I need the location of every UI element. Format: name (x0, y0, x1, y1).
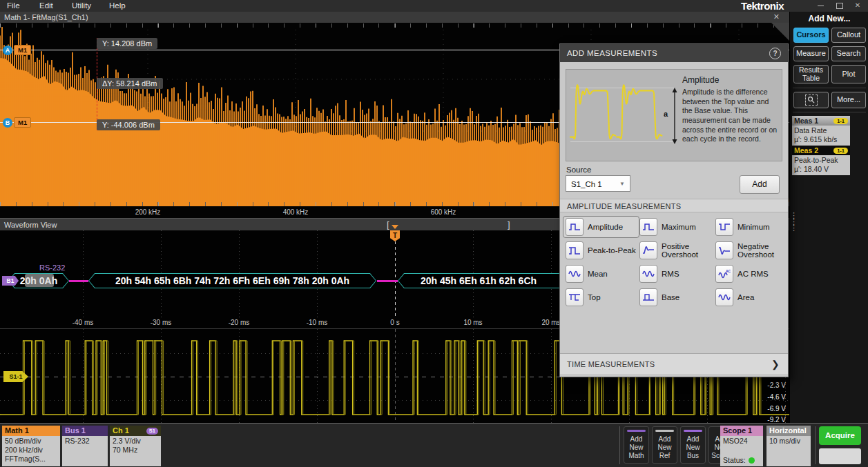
measure-item-negative-overshoot[interactable]: Negative Overshoot (715, 241, 782, 259)
top-icon (566, 288, 584, 306)
panel-resize-handle[interactable]: ⋮⋮⋮ (790, 212, 794, 232)
amplitude-section-header: AMPLITUDE MEASUREMENTS (560, 199, 788, 212)
time-tick: 20 ms (541, 319, 560, 326)
add-new-ref-button[interactable]: Add New Ref (652, 426, 677, 464)
sidebar-results-table-button[interactable]: Results Table (793, 65, 829, 83)
cursor-b-source-tag: M1 (14, 117, 31, 128)
waveform-view-title: Waveform View (4, 221, 57, 229)
math-view-close-icon[interactable]: ✕ (773, 12, 780, 21)
measure-item-maximum[interactable]: Maximum (639, 218, 715, 236)
cursor-a-handle[interactable]: A M1 (3, 45, 31, 55)
sidebar-callout-button[interactable]: Callout (831, 28, 866, 43)
secondary-acquire-button[interactable] (819, 448, 861, 464)
ch1-scale: 2.3 V/div (113, 437, 158, 446)
meas2-type: Peak-to-Peak (794, 156, 848, 165)
horizontal-badge[interactable]: Horizontal 10 ms/div (766, 426, 811, 465)
sidebar-cursors-button[interactable]: Cursors (793, 28, 829, 43)
measure-item-rms[interactable]: RMS (639, 265, 715, 283)
bus1-protocol: RS-232 (65, 437, 105, 446)
meas2-badge[interactable]: Meas 21-1 Peak-to-Peakµ': 18.40 V (792, 146, 850, 175)
time-tick: 10 ms (463, 319, 482, 326)
chevron-down-icon: ▼ (619, 176, 625, 192)
dialog-titlebar[interactable]: ADD MEASUREMENTS (560, 44, 788, 62)
measure-item-base[interactable]: Base (639, 288, 715, 306)
bus-idle-segment (377, 280, 398, 282)
measure-item-positive-overshoot[interactable]: Positive Overshoot (639, 241, 715, 259)
sidebar-plot-button[interactable]: Plot (831, 65, 866, 83)
time-tick: -40 ms (73, 319, 94, 326)
math1-scale: 50 dBm/div (5, 437, 57, 446)
zoom-tool-icon (805, 95, 818, 106)
add-new-math-button[interactable]: Add New Math (624, 426, 649, 464)
sidebar-measure-button[interactable]: Measure (793, 46, 829, 61)
freq-tick-200k: 200 kHz (135, 208, 161, 216)
bus-idle-segment (69, 280, 88, 282)
math1-title: Math 1 (2, 426, 60, 436)
add-button[interactable]: Add (740, 175, 780, 194)
bus-packet: 20h 54h 65h 6Bh 74h 72h 6Fh 6Eh 69h 78h … (88, 273, 376, 288)
trigger-marker[interactable]: T (390, 230, 400, 241)
amplitude-arrow (671, 88, 678, 144)
time-tick: -30 ms (151, 319, 172, 326)
sidebar-zoom-tool-button[interactable] (793, 92, 829, 108)
math1-badge[interactable]: Math 1 50 dBm/div 200 kHz/div FFTmag(S..… (2, 426, 60, 465)
cursor-b-handle[interactable]: B M1 (3, 117, 31, 128)
meas2-value: µ': 18.40 V (794, 165, 848, 174)
help-icon[interactable]: ? (769, 48, 781, 59)
add-new-bus-button[interactable]: Add New Bus (680, 426, 706, 464)
sidebar-search-button[interactable]: Search (831, 46, 866, 61)
horizontal-scale: 10 ms/div (769, 437, 808, 446)
zoom-bracket-left: [ (387, 219, 389, 230)
bus1-badge[interactable]: Bus 1 RS-232 (62, 426, 108, 465)
measure-item-amplitude[interactable]: Amplitude (563, 216, 639, 238)
zoom-corner-button[interactable] (771, 23, 789, 41)
meas1-badge[interactable]: Meas 11-1 Data Rateµ': 9.615 kb/s (792, 116, 850, 146)
trigger-position-line (395, 230, 396, 317)
ch1-bandwidth: 70 MHz (113, 446, 158, 455)
menu-bar: File Edit Utility Help Tektronix ✕ (0, 0, 868, 12)
scope1-title: Scope 1 (720, 426, 763, 436)
zoom-bracket-right: ] (508, 219, 510, 230)
cursor-a-badge: A (3, 46, 12, 55)
scope1-badge[interactable]: Scope 1 MSO24 Status: (720, 426, 763, 465)
cursor-b-readout: Y: -44.006 dBm (97, 119, 160, 130)
maximum-icon (639, 218, 657, 236)
source-dropdown[interactable]: S1_Ch 1 ▼ (566, 175, 630, 192)
volt-tick: -4.6 V (767, 393, 786, 401)
measure-item-mean[interactable]: Mean (566, 265, 639, 283)
source-label: Source (566, 166, 591, 174)
bus-protocol-label: RS-232 (39, 264, 65, 272)
meas1-count-pill: 1-1 (833, 118, 848, 124)
close-icon[interactable]: ✕ (851, 1, 864, 9)
cursor-delta-readout: ΔY: 58.214 dBm (97, 78, 163, 89)
menu-file[interactable]: File (7, 1, 20, 10)
measurement-grid: Amplitude Maximum Minimum Peak-to-Peak P… (566, 218, 782, 306)
fft-top-ticks (0, 23, 789, 28)
menu-edit[interactable]: Edit (39, 1, 53, 10)
add-new-sidebar: Add New... Cursors Callout Measure Searc… (789, 12, 868, 423)
horizontal-title: Horizontal (766, 426, 811, 436)
freq-tick-400k: 400 kHz (283, 208, 309, 216)
minimum-icon (715, 218, 733, 236)
ch1-badge[interactable]: Ch 1 S1 2.3 V/div 70 MHz (110, 426, 161, 465)
area-icon (715, 288, 733, 306)
measure-item-top[interactable]: Top (566, 288, 639, 306)
measure-item-ac-rms[interactable]: AC AC RMS (715, 265, 782, 283)
measure-item-peak-to-peak[interactable]: Peak-to-Peak (566, 241, 639, 259)
preview-title: Amplitude (682, 75, 719, 85)
cursor-b-badge: B (3, 118, 12, 128)
minimize-icon[interactable] (814, 1, 827, 9)
volt-tick: -2.3 V (767, 381, 786, 389)
menu-utility[interactable]: Utility (72, 1, 91, 10)
restore-icon[interactable] (833, 1, 846, 9)
acquire-button[interactable]: Acquire (819, 426, 861, 445)
measure-item-minimum[interactable]: Minimum (715, 218, 782, 236)
freq-tick-600k: 600 kHz (431, 208, 456, 216)
sidebar-more-button[interactable]: More... (831, 92, 866, 108)
ch1-source-pill: S1 (146, 428, 158, 435)
measure-item-area[interactable]: Area (715, 288, 782, 306)
time-tick: -10 ms (307, 319, 328, 326)
svg-text:AC: AC (726, 269, 731, 273)
menu-help[interactable]: Help (109, 1, 126, 10)
time-section-header[interactable]: TIME MEASUREMENTS ❯ (560, 353, 788, 374)
